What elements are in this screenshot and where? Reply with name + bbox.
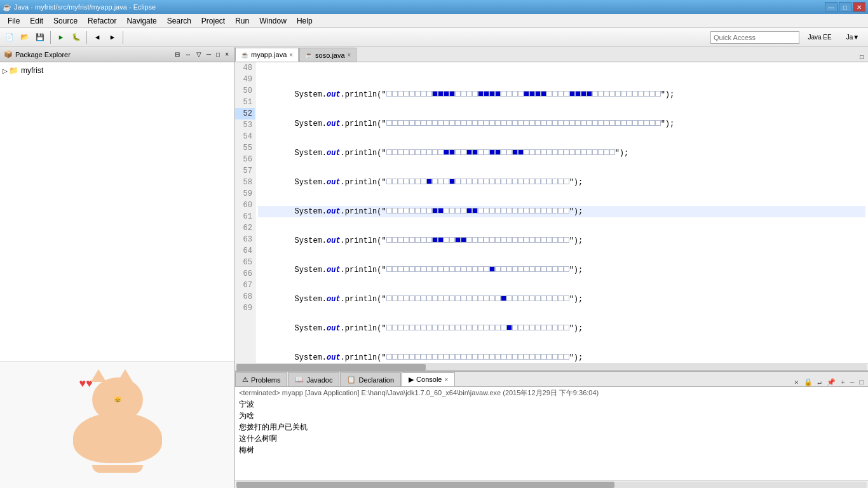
editor-hscroll-track[interactable] <box>236 364 867 370</box>
open-button[interactable]: 📂 <box>18 30 32 44</box>
menu-window[interactable]: Window <box>254 15 292 27</box>
code-line-52: System.out.println(""); <box>258 206 865 217</box>
console-hscroll-track[interactable] <box>236 482 867 488</box>
menu-project[interactable]: Project <box>196 15 230 27</box>
package-tree: ▷ 📁 myfrist <box>0 62 234 361</box>
java-file-icon: ☕ <box>241 51 248 58</box>
title-icon: ☕ <box>3 3 11 11</box>
prev-edit-button[interactable]: ◀ <box>90 30 104 44</box>
editor-tabs: ☕ myapp.java × ☕ soso.java × □ <box>235 47 868 62</box>
console-hscrollbar[interactable] <box>235 480 868 488</box>
title-text: Java - myfrist/src/myfrist/myapp.java - … <box>14 3 156 11</box>
maximize-panel-button[interactable]: □ <box>214 50 222 58</box>
tab-problems[interactable]: ⚠ Problems <box>235 372 287 386</box>
line-49: 49 <box>235 74 255 85</box>
new-button[interactable]: 📄 <box>3 30 17 44</box>
next-edit-button[interactable]: ▶ <box>105 30 119 44</box>
console-scroll-lock-button[interactable]: 🔒 <box>802 378 815 386</box>
expand-arrow-icon: ▷ <box>3 67 8 74</box>
menubar: File Edit Source Refactor Navigate Searc… <box>0 14 868 28</box>
menu-edit[interactable]: Edit <box>25 15 48 27</box>
main-layout: 📦 Package Explorer ⊟ ↔ ▽ ─ □ × ▷ 📁 myfri… <box>0 47 868 488</box>
editor-hscrollbar[interactable] <box>235 363 868 370</box>
java-button[interactable]: Ja▼ <box>840 30 865 44</box>
java-ee-button[interactable]: Java EE <box>801 30 839 44</box>
package-explorer-title: Package Explorer <box>15 51 173 58</box>
project-label: myfrist <box>21 66 43 75</box>
collapse-all-button[interactable]: ⊟ <box>173 50 182 58</box>
bottom-tab-controls: ✕ 🔒 ↵ 📌 + ─ □ <box>792 378 868 386</box>
console-hscroll-thumb[interactable] <box>236 482 614 488</box>
line-61: 61 <box>235 211 255 222</box>
menu-source[interactable]: Source <box>48 15 83 27</box>
console-new-button[interactable]: + <box>839 379 847 386</box>
tab-myapp-java[interactable]: ☕ myapp.java × <box>235 48 299 62</box>
run-button[interactable]: ▶ <box>54 30 68 44</box>
bottom-tabs: ⚠ Problems 📖 Javadoc 📋 Declaration ▶ Con… <box>235 372 868 387</box>
link-with-editor-button[interactable]: ↔ <box>183 50 193 58</box>
line-numbers: 48 49 50 51 52 53 54 55 56 57 58 59 60 6… <box>235 62 255 363</box>
line-52: 52 <box>235 108 255 119</box>
code-line-55: System.out.println(""); <box>258 294 865 305</box>
console-terminated-info: <terminated> myapp [Java Application] E:… <box>239 388 864 398</box>
console-pin-button[interactable]: 📌 <box>825 378 837 386</box>
cat-decoration: ♥♥ 中 😸 <box>0 361 234 488</box>
line-54: 54 <box>235 131 255 142</box>
window-controls[interactable]: — □ ✕ <box>825 2 865 12</box>
tab-close-soso[interactable]: × <box>348 51 351 58</box>
console-clear-button[interactable]: ✕ <box>792 378 801 386</box>
code-line-51: System.out.println(""); <box>258 177 865 188</box>
toolbar-sep-1 <box>50 31 51 44</box>
tab-close-myapp[interactable]: × <box>289 51 293 58</box>
maximize-bottom-button[interactable]: □ <box>857 379 865 386</box>
code-line-49: System.out.println(""); <box>258 118 865 130</box>
menu-navigate[interactable]: Navigate <box>121 15 161 27</box>
tab-soso-java[interactable]: ☕ soso.java × <box>299 48 356 62</box>
code-line-50: System.out.println(""); <box>258 147 865 159</box>
package-explorer-header: 📦 Package Explorer ⊟ ↔ ▽ ─ □ × <box>0 47 234 62</box>
line-55: 55 <box>235 142 255 154</box>
save-button[interactable]: 💾 <box>33 30 47 44</box>
problems-label: Problems <box>251 376 280 384</box>
close-panel-button[interactable]: × <box>223 50 231 58</box>
debug-button[interactable]: 🐛 <box>69 30 83 44</box>
minimize-panel-button[interactable]: ─ <box>205 50 213 58</box>
minimize-button[interactable]: — <box>825 2 837 12</box>
problems-icon: ⚠ <box>242 376 248 384</box>
tab-javadoc[interactable]: 📖 Javadoc <box>288 372 339 386</box>
soso-file-icon: ☕ <box>305 51 313 58</box>
project-item[interactable]: ▷ 📁 myfrist <box>3 65 232 76</box>
editor-content[interactable]: 48 49 50 51 52 53 54 55 56 57 58 59 60 6… <box>235 62 868 363</box>
declaration-label: Declaration <box>358 376 394 384</box>
tab-close-console[interactable]: × <box>444 376 448 383</box>
maximize-button[interactable]: □ <box>839 2 851 12</box>
line-63: 63 <box>235 234 255 245</box>
cat-tail <box>54 465 181 473</box>
line-64: 64 <box>235 245 255 257</box>
console-line-3: 您拨打的用户已关机 <box>239 422 864 433</box>
menu-file[interactable]: File <box>3 15 25 27</box>
titlebar: ☕ Java - myfrist/src/myfrist/myapp.java … <box>0 0 868 14</box>
cat-image: ♥♥ 中 😸 <box>54 374 181 476</box>
menu-help[interactable]: Help <box>292 15 318 27</box>
code-line-48: System.out.println(""); <box>258 89 865 100</box>
menu-search[interactable]: Search <box>162 15 196 27</box>
line-65: 65 <box>235 257 255 268</box>
view-menu-button[interactable]: ▽ <box>194 50 203 58</box>
tab-declaration[interactable]: 📋 Declaration <box>340 372 401 386</box>
right-panel: ☕ myapp.java × ☕ soso.java × □ 48 49 50 … <box>235 47 868 488</box>
toolbar-sep-2 <box>86 31 87 44</box>
console-word-wrap-button[interactable]: ↵ <box>816 378 824 386</box>
menu-refactor[interactable]: Refactor <box>83 15 121 27</box>
minimize-bottom-button[interactable]: ─ <box>848 379 857 386</box>
line-48: 48 <box>235 62 255 74</box>
line-51: 51 <box>235 97 255 108</box>
code-area[interactable]: System.out.println(""); System.out.print… <box>255 62 868 363</box>
editor-maximize-button[interactable]: □ <box>858 53 865 62</box>
tab-console[interactable]: ▶ Console × <box>402 372 455 386</box>
line-66: 66 <box>235 268 255 280</box>
quick-access-input[interactable] <box>710 31 799 44</box>
editor-hscroll-thumb[interactable] <box>236 364 426 370</box>
close-button[interactable]: ✕ <box>853 2 865 12</box>
menu-run[interactable]: Run <box>230 15 254 27</box>
